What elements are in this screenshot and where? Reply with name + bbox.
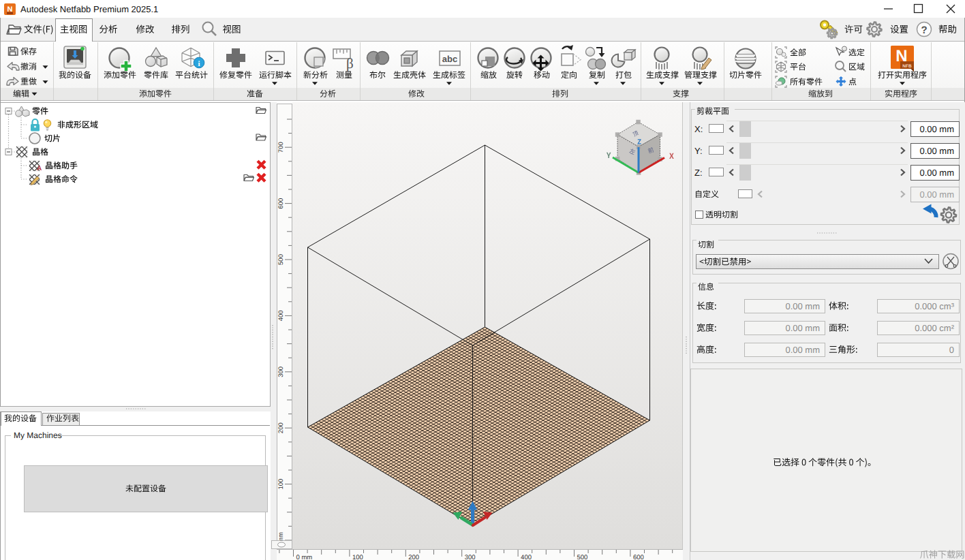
svg-text:100: 100: [352, 554, 363, 560]
svg-text:600: 600: [277, 198, 285, 209]
svg-text:500: 500: [277, 254, 285, 265]
svg-text:300: 300: [465, 554, 476, 560]
svg-text:600: 600: [633, 554, 644, 560]
svg-text:200: 200: [277, 422, 285, 433]
svg-text:0 mm: 0 mm: [296, 554, 313, 560]
svg-text:200: 200: [408, 554, 419, 560]
svg-text:100: 100: [277, 479, 285, 490]
svg-text:700: 700: [277, 142, 285, 153]
svg-text:400: 400: [277, 310, 285, 321]
svg-text:300: 300: [277, 367, 285, 377]
svg-text:400: 400: [521, 554, 532, 560]
svg-text:500: 500: [577, 554, 588, 560]
